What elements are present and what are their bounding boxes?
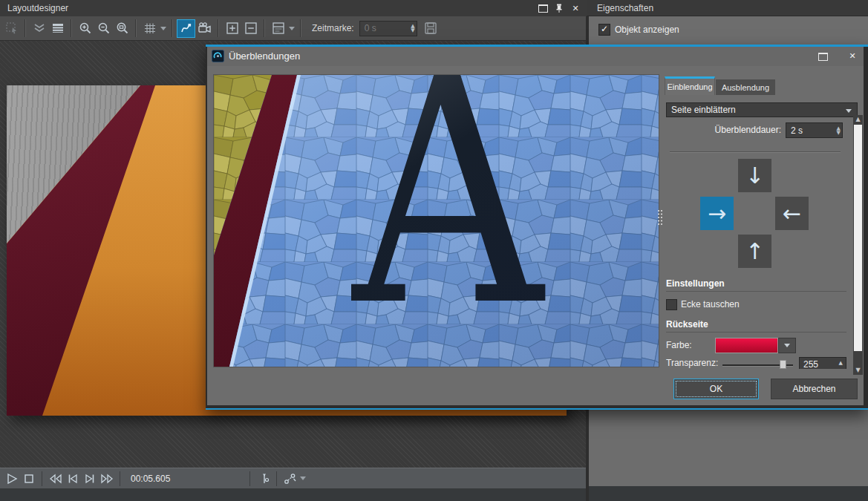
- zoom-out-icon[interactable]: [94, 19, 113, 38]
- direction-up-button[interactable]: ↑: [738, 235, 771, 268]
- spinner-up-icon[interactable]: ▲: [839, 360, 843, 366]
- save-icon[interactable]: [422, 19, 440, 38]
- section-separator: [670, 151, 841, 153]
- objekt-anzeigen-label: Objekt anzeigen: [615, 24, 679, 35]
- transparenz-label: Transparenz:: [666, 358, 718, 368]
- curve-tool-icon[interactable]: [177, 19, 195, 38]
- einstellungen-underline: [666, 291, 846, 292]
- add-button[interactable]: [223, 19, 241, 38]
- playbar-separator: [120, 471, 120, 486]
- zoom-fit-icon[interactable]: [113, 19, 131, 38]
- playbar-separator: [276, 471, 277, 486]
- toolbar-separator: [300, 19, 301, 37]
- time-marker-icon[interactable]: [255, 470, 272, 487]
- color-dropdown[interactable]: [778, 338, 796, 353]
- tab-ausblendung[interactable]: Ausblendung: [716, 79, 775, 95]
- direction-right-button[interactable]: →: [700, 197, 734, 230]
- zoom-in-icon[interactable]: [76, 19, 94, 38]
- ecke-tauschen-label: Ecke tauschen: [681, 299, 740, 310]
- toolbar-separator: [264, 19, 265, 37]
- transition-select-value: Seite einblättern: [671, 105, 736, 115]
- remove-button[interactable]: [241, 19, 260, 38]
- scrollbar-up-icon[interactable]: ▲: [853, 115, 863, 124]
- direction-down-button[interactable]: ↓: [738, 159, 771, 192]
- arrow-left-icon: ←: [783, 200, 801, 226]
- rewind-icon[interactable]: [47, 470, 64, 487]
- keyframe-path-icon[interactable]: [281, 470, 298, 487]
- left-window-bottom-strip: [0, 488, 587, 501]
- combo-arrow-icon: [846, 109, 852, 113]
- farbe-color-picker[interactable]: [715, 338, 796, 353]
- layoutdesigner-window-buttons: ✕: [538, 0, 587, 16]
- stop-icon[interactable]: [20, 470, 37, 487]
- properties-panel-bottom-strip: [589, 486, 868, 501]
- scrollbar-down-icon[interactable]: ▼: [853, 366, 863, 375]
- playbar-separator: [42, 471, 42, 486]
- zeitmarke-label: Zeitmarke:: [312, 23, 354, 33]
- ok-button[interactable]: OK: [673, 379, 759, 399]
- marquee-select-icon[interactable]: [2, 19, 21, 38]
- close-icon[interactable]: ✕: [570, 3, 581, 13]
- direction-left-button[interactable]: ←: [775, 197, 809, 230]
- transition-select[interactable]: Seite einblättern: [666, 102, 858, 117]
- dialog-bottom-accent: [206, 408, 868, 410]
- dialog-maximize-icon[interactable]: [818, 51, 828, 62]
- zeitmarke-input[interactable]: 0 s ▲ ▼: [359, 21, 417, 36]
- app-window: Layoutdesigner ✕: [0, 0, 868, 501]
- duration-label: Überblenddauer:: [666, 125, 781, 135]
- layoutdesigner-title: Layoutdesigner: [7, 3, 68, 13]
- ueberblendungen-dialog: Überblendungen ✕: [206, 45, 868, 410]
- dialog-right-edge: [864, 47, 868, 410]
- zeitmarke-value: 0 s: [365, 23, 376, 33]
- farbe-label: Farbe:: [666, 340, 692, 350]
- objekt-anzeigen-checkbox[interactable]: ✓: [598, 24, 610, 36]
- settings-scrollbar[interactable]: ▲ ▼: [853, 115, 863, 375]
- layout-toolbar: Zeitmarke: 0 s ▲ ▼: [0, 16, 587, 41]
- arrow-right-icon: →: [708, 200, 726, 226]
- splitter-handle[interactable]: [657, 209, 663, 226]
- grid-icon[interactable]: [140, 19, 159, 38]
- toolbar-separator: [172, 19, 173, 37]
- storyboard-icon[interactable]: [48, 19, 67, 38]
- toolbar-separator: [135, 19, 137, 37]
- einstellungen-header: Einstellungen: [666, 278, 725, 289]
- transparenz-slider-thumb[interactable]: [780, 360, 786, 369]
- tab-einblendung[interactable]: Einblendung: [665, 76, 715, 95]
- fast-forward-icon[interactable]: [98, 470, 115, 487]
- keyframe-dropdown-caret-icon[interactable]: [300, 477, 306, 480]
- arrow-down-icon: ↓: [745, 163, 764, 189]
- rueckseite-header: Rückseite: [666, 319, 708, 330]
- toolbar-separator: [71, 19, 72, 37]
- color-swatch[interactable]: [715, 338, 778, 353]
- dialog-close-icon[interactable]: ✕: [847, 50, 858, 61]
- transparenz-input[interactable]: 255 ▲: [799, 357, 846, 369]
- dialog-title: Überblendungen: [229, 50, 300, 62]
- layout-options-icon[interactable]: [269, 19, 287, 38]
- pin-icon[interactable]: [554, 3, 564, 13]
- skip-to-start-icon[interactable]: [64, 470, 81, 487]
- spinner-down-icon[interactable]: ▼: [837, 131, 841, 135]
- spinner-down-icon[interactable]: ▼: [411, 28, 414, 33]
- skip-to-end-icon[interactable]: [81, 470, 98, 487]
- scrollbar-thumb[interactable]: [854, 125, 862, 351]
- color-dropdown-caret-icon: [784, 344, 790, 347]
- dialog-titlebar[interactable]: [206, 47, 868, 66]
- duration-spinner[interactable]: ▲ ▼: [837, 126, 842, 135]
- rueckseite-underline: [666, 332, 846, 333]
- layout-dropdown-caret-icon[interactable]: [289, 27, 295, 30]
- toolbar-separator: [25, 19, 26, 37]
- dialog-app-icon: [212, 50, 224, 62]
- cancel-button[interactable]: Abbrechen: [771, 379, 858, 399]
- duration-value: 2 s: [791, 125, 803, 136]
- duration-input[interactable]: 2 s ▲ ▼: [786, 122, 843, 138]
- ecke-tauschen-checkbox[interactable]: [666, 299, 677, 310]
- check-icon: ✓: [601, 24, 608, 34]
- maximize-icon[interactable]: [538, 3, 548, 13]
- zeitmarke-spinner[interactable]: ▲ ▼: [411, 24, 416, 33]
- grid-dropdown-caret-icon[interactable]: [160, 27, 166, 30]
- transparenz-row: Transparenz: 255 ▲: [665, 352, 852, 369]
- transition-preview: A: [213, 74, 659, 367]
- camera-icon[interactable]: [195, 19, 214, 38]
- play-icon[interactable]: [3, 470, 20, 487]
- double-chevron-down-icon[interactable]: [30, 19, 48, 38]
